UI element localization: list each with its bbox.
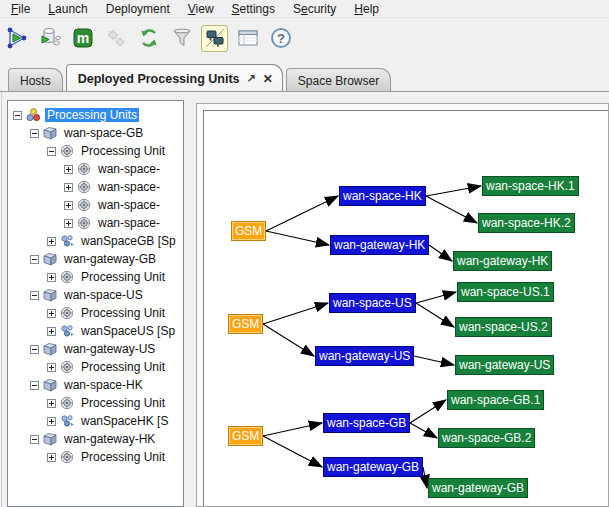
close-tab-icon[interactable]: ✕	[263, 72, 273, 86]
graph-node-us-space-2[interactable]: wan-space-US.2	[455, 317, 552, 337]
graph-node-gb-gw[interactable]: wan-gateway-GB	[323, 457, 423, 477]
graph-node-us-space-1[interactable]: wan-space-US.1	[457, 282, 554, 302]
tab-hosts[interactable]: Hosts	[8, 68, 63, 92]
graph-node-us-gsm[interactable]: GSM	[228, 314, 263, 334]
graph-node-hk-gw[interactable]: wan-gateway-HK	[330, 235, 429, 255]
menu-deployment[interactable]: Deployment	[97, 1, 179, 17]
tree-row-processing-units-0[interactable]: Processing Units	[13, 106, 183, 124]
tree-node-label[interactable]: wan-space-	[96, 216, 162, 230]
graph-node-gb-gsm[interactable]: GSM	[228, 426, 263, 446]
tree-row-processing-unit-9[interactable]: Processing Unit	[47, 268, 183, 286]
expand-toggle-icon[interactable]	[47, 417, 56, 426]
tree-node-label[interactable]: wanSpaceGB [Sp	[79, 234, 178, 248]
tree-row-wan-space-3[interactable]: wan-space-	[64, 160, 183, 178]
tree-node-label[interactable]: wanSpaceHK [S	[79, 414, 170, 428]
tree-node-label[interactable]: wan-gateway-HK	[62, 432, 157, 446]
expand-toggle-icon[interactable]	[47, 399, 56, 408]
menu-settings[interactable]: Settings	[223, 1, 284, 17]
help-button[interactable]: ?	[267, 25, 294, 52]
graph-node-gb-space-2[interactable]: wan-space-GB.2	[438, 428, 535, 448]
collapse-toggle-icon[interactable]	[30, 435, 39, 444]
toggle-graph-view-button[interactable]	[201, 25, 228, 52]
expand-toggle-icon[interactable]	[64, 219, 73, 228]
collapse-toggle-icon[interactable]	[30, 129, 39, 138]
collapse-toggle-icon[interactable]	[13, 111, 22, 120]
graph-node-us-gw[interactable]: wan-gateway-US	[315, 346, 414, 366]
tree-row-wan-space-gb-1[interactable]: wan-space-GB	[30, 124, 183, 142]
graph-node-hk-gsm[interactable]: GSM	[231, 221, 266, 241]
tree-row-wan-gateway-hk-18[interactable]: wan-gateway-HK	[30, 430, 183, 448]
graph-node-gb-space[interactable]: wan-space-GB	[323, 413, 410, 433]
tree-row-wan-space-5[interactable]: wan-space-	[64, 196, 183, 214]
tree-row-processing-unit-2[interactable]: Processing Unit	[47, 142, 183, 160]
expand-toggle-icon[interactable]	[47, 327, 56, 336]
expand-toggle-icon[interactable]	[47, 273, 56, 282]
expand-toggle-icon[interactable]	[47, 237, 56, 246]
graph-node-us-gw-1[interactable]: wan-gateway-US	[455, 355, 554, 375]
tree-node-label[interactable]: wanSpaceUS [Sp	[79, 324, 177, 338]
menu-help[interactable]: Help	[345, 1, 388, 17]
tree-row-wanspacehk-s-17[interactable]: wanSpaceHK [S	[47, 412, 183, 430]
deploy-space-button[interactable]	[36, 25, 63, 52]
graph-node-hk-space-1[interactable]: wan-space-HK.1	[482, 176, 579, 196]
tree-node-label[interactable]: Processing Unit	[79, 396, 167, 410]
tree-node-label[interactable]: wan-space-US	[62, 288, 145, 302]
tree-row-wan-gateway-gb-8[interactable]: wan-gateway-GB	[30, 250, 183, 268]
tree-row-processing-unit-16[interactable]: Processing Unit	[47, 394, 183, 412]
tab-space-browser[interactable]: Space Browser	[286, 68, 391, 92]
tree-row-wan-space-us-10[interactable]: wan-space-US	[30, 286, 183, 304]
tree-node-label[interactable]: Processing Unit	[79, 360, 167, 374]
collapse-toggle-icon[interactable]	[30, 381, 39, 390]
tree-node-label[interactable]: wan-gateway-US	[62, 342, 157, 356]
tree-row-wan-gateway-us-13[interactable]: wan-gateway-US	[30, 340, 183, 358]
graph-node-hk-space-2[interactable]: wan-space-HK.2	[478, 213, 575, 233]
menu-view[interactable]: View	[179, 1, 223, 17]
tree-node-label[interactable]: wan-space-GB	[62, 126, 145, 140]
menu-launch[interactable]: Launch	[39, 1, 96, 17]
graph-node-gb-gw-1[interactable]: wan-gateway-GB	[428, 478, 528, 498]
tree-node-label[interactable]: wan-space-	[96, 162, 162, 176]
menu-security[interactable]: Security	[284, 1, 345, 17]
tree-row-wan-space-hk-15[interactable]: wan-space-HK	[30, 376, 183, 394]
tree-node-label[interactable]: wan-space-	[96, 180, 162, 194]
tree-row-wanspacegb-sp-7[interactable]: wanSpaceGB [Sp	[47, 232, 183, 250]
tree-row-processing-unit-19[interactable]: Processing Unit	[47, 448, 183, 466]
collapse-toggle-icon[interactable]	[30, 291, 39, 300]
expand-toggle-icon[interactable]	[47, 309, 56, 318]
deployment-graph-canvas[interactable]: GSMwan-space-HKwan-gateway-HKwan-space-H…	[203, 110, 609, 507]
tree-node-label[interactable]: Processing Units	[45, 108, 139, 122]
graph-node-us-space[interactable]: wan-space-US	[329, 293, 416, 313]
expand-toggle-icon[interactable]	[64, 165, 73, 174]
tab-deployed-processing-units[interactable]: Deployed Processing Units↗✕	[66, 64, 283, 92]
collapse-toggle-icon[interactable]	[47, 147, 56, 156]
collapse-toggle-icon[interactable]	[30, 345, 39, 354]
graph-node-hk-gw-1[interactable]: wan-gateway-HK	[453, 251, 552, 271]
tree-node-label[interactable]: Processing Unit	[79, 450, 167, 464]
graph-node-gb-space-1[interactable]: wan-space-GB.1	[447, 390, 544, 410]
tree-row-wan-space-4[interactable]: wan-space-	[64, 178, 183, 196]
tree-node-label[interactable]: Processing Unit	[79, 270, 167, 284]
tree-row-wan-space-6[interactable]: wan-space-	[64, 214, 183, 232]
graph-node-hk-space[interactable]: wan-space-HK	[339, 186, 426, 206]
deployment-tree-panel[interactable]: Processing Unitswan-space-GBProcessing U…	[7, 100, 184, 507]
tree-node-label[interactable]: Processing Unit	[79, 144, 167, 158]
tree-row-wanspaceus-sp-12[interactable]: wanSpaceUS [Sp	[47, 322, 183, 340]
expand-toggle-icon[interactable]	[47, 453, 56, 462]
details-pane-button[interactable]	[234, 25, 261, 52]
tree-node-label[interactable]: wan-space-	[96, 198, 162, 212]
collapse-toggle-icon[interactable]	[30, 255, 39, 264]
expand-toggle-icon[interactable]	[64, 183, 73, 192]
float-tab-icon[interactable]: ↗	[247, 72, 256, 85]
filter-button[interactable]	[168, 25, 195, 52]
expand-toggle-icon[interactable]	[47, 363, 56, 372]
tree-row-processing-unit-14[interactable]: Processing Unit	[47, 358, 183, 376]
tree-node-label[interactable]: wan-gateway-GB	[62, 252, 158, 266]
tree-node-label[interactable]: wan-space-HK	[62, 378, 145, 392]
deploy-memcached-button[interactable]: m	[69, 25, 96, 52]
refresh-button[interactable]	[135, 25, 162, 52]
expand-toggle-icon[interactable]	[64, 201, 73, 210]
tree-node-label[interactable]: Processing Unit	[79, 306, 167, 320]
tree-row-processing-unit-11[interactable]: Processing Unit	[47, 304, 183, 322]
deploy-processing-unit-button[interactable]	[3, 25, 30, 52]
menu-file[interactable]: File	[2, 1, 39, 17]
